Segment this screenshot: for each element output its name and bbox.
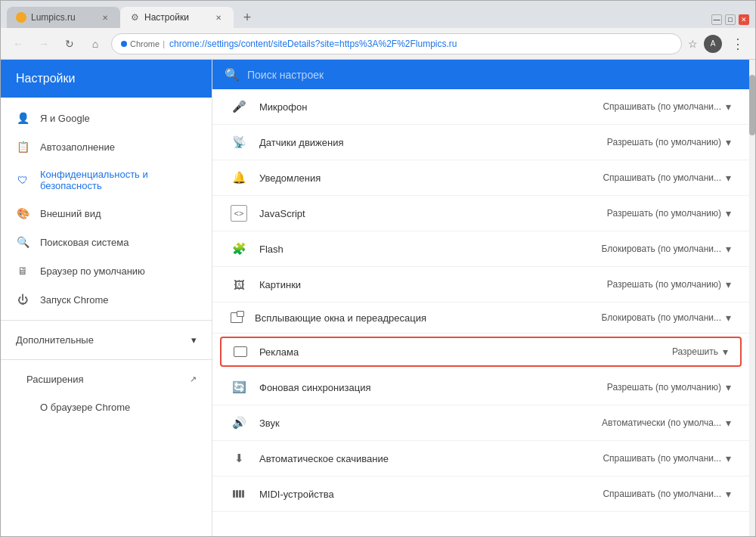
settings-item-notifications[interactable]: 🔔УведомленияСпрашивать (по умолчани...▾ bbox=[212, 160, 749, 196]
sidebar-label-browser: Браузер по умолчанию bbox=[40, 265, 145, 277]
notifications-control[interactable]: Спрашивать (по умолчани...▾ bbox=[603, 172, 731, 184]
midi-icon bbox=[231, 486, 247, 502]
motion-dropdown-arrow[interactable]: ▾ bbox=[726, 136, 731, 148]
flash-name: Flash bbox=[259, 244, 589, 255]
reload-button[interactable]: ↻ bbox=[60, 34, 79, 54]
maximize-button[interactable]: □ bbox=[725, 14, 736, 25]
sidebar-label-startup: Запуск Chrome bbox=[40, 294, 109, 306]
javascript-icon: <> bbox=[231, 205, 247, 222]
javascript-control-text: Разрешать (по умолчанию) bbox=[607, 208, 721, 219]
images-icon: 🖼 bbox=[231, 276, 247, 293]
sidebar-item-browser[interactable]: 🖥 Браузер по умолчанию bbox=[1, 256, 212, 285]
settings-item-popups[interactable]: Всплывающие окна и переадресацияБлокиров… bbox=[212, 303, 749, 334]
settings-item-midi[interactable]: MIDI-устройстваСпрашивать (по умолчани..… bbox=[212, 476, 749, 512]
sidebar-item-extensions[interactable]: Расширения ↗ bbox=[1, 366, 212, 393]
tab-settings[interactable]: ⚙ Настройки ✕ bbox=[120, 7, 234, 28]
midi-name: MIDI-устройства bbox=[259, 489, 590, 500]
advanced-arrow: ▾ bbox=[191, 334, 197, 346]
new-tab-button[interactable]: + bbox=[237, 7, 258, 28]
sidebar-item-search[interactable]: 🔍 Поисковая система bbox=[1, 228, 212, 256]
browser-content: Настройки 👤 Я и Google 📋 Автозаполнение … bbox=[1, 60, 755, 536]
microphone-control[interactable]: Спрашивать (по умолчани...▾ bbox=[603, 101, 731, 113]
sidebar-header: Настройки bbox=[1, 60, 212, 98]
url-divider: | bbox=[163, 39, 165, 48]
tab-lumpics-title: Lumpics.ru bbox=[31, 12, 94, 23]
microphone-icon: 🎤 bbox=[231, 98, 247, 115]
sound-control[interactable]: Автоматически (по умолча...▾ bbox=[602, 417, 731, 429]
popups-dropdown-arrow[interactable]: ▾ bbox=[726, 312, 731, 324]
scrollbar-thumb[interactable] bbox=[749, 75, 755, 135]
browser-window: Lumpics.ru ✕ ⚙ Настройки ✕ + — □ ✕ ← → ↻… bbox=[0, 0, 756, 537]
settings-item-sound[interactable]: 🔊ЗвукАвтоматически (по умолча...▾ bbox=[212, 405, 749, 441]
tab-lumpics-close[interactable]: ✕ bbox=[99, 11, 111, 23]
settings-search-input[interactable] bbox=[247, 69, 737, 81]
sidebar-item-about[interactable]: О браузере Chrome bbox=[1, 393, 212, 421]
ads-control[interactable]: Разрешить▾ bbox=[672, 346, 728, 358]
minimize-button[interactable]: — bbox=[711, 14, 722, 25]
sidebar-item-autofill[interactable]: 📋 Автозаполнение bbox=[1, 132, 212, 161]
auto_download-dropdown-arrow[interactable]: ▾ bbox=[726, 452, 731, 464]
images-dropdown-arrow[interactable]: ▾ bbox=[726, 278, 731, 290]
images-control-text: Разрешать (по умолчанию) bbox=[607, 279, 721, 290]
url-bar[interactable]: Chrome | chrome://settings/content/siteD… bbox=[111, 33, 682, 54]
midi-dropdown-arrow[interactable]: ▾ bbox=[726, 488, 731, 500]
flash-control[interactable]: Блокировать (по умолчани...▾ bbox=[601, 243, 731, 255]
settings-item-ads[interactable]: РекламаРазрешить▾ bbox=[220, 337, 742, 367]
javascript-name: JavaScript bbox=[259, 208, 595, 219]
settings-item-auto_download[interactable]: ⬇Автоматическое скачиваниеСпрашивать (по… bbox=[212, 441, 749, 476]
secure-indicator: Chrome | bbox=[121, 39, 165, 48]
midi-control-text: Спрашивать (по умолчани... bbox=[603, 489, 721, 499]
svg-rect-1 bbox=[236, 490, 238, 498]
tab-settings-close[interactable]: ✕ bbox=[212, 11, 225, 23]
tab-lumpics[interactable]: Lumpics.ru ✕ bbox=[7, 7, 120, 28]
tab-settings-title: Настройки bbox=[144, 12, 208, 23]
images-control[interactable]: Разрешать (по умолчанию)▾ bbox=[607, 278, 731, 290]
ads-dropdown-arrow[interactable]: ▾ bbox=[723, 346, 728, 358]
auto_download-icon: ⬇ bbox=[231, 450, 247, 467]
settings-item-microphone[interactable]: 🎤МикрофонСпрашивать (по умолчани...▾ bbox=[212, 89, 749, 125]
autofill-icon: 📋 bbox=[16, 140, 29, 154]
sound-control-text: Автоматически (по умолча... bbox=[602, 417, 721, 428]
sidebar-item-startup[interactable]: ⏻ Запуск Chrome bbox=[1, 285, 212, 314]
me-google-icon: 👤 bbox=[16, 111, 29, 125]
back-button[interactable]: ← bbox=[8, 34, 28, 54]
javascript-control[interactable]: Разрешать (по умолчанию)▾ bbox=[607, 207, 731, 219]
bookmark-star[interactable]: ☆ bbox=[688, 38, 698, 50]
sound-name: Звук bbox=[259, 417, 590, 429]
sidebar-item-privacy[interactable]: 🛡 Конфиденциальность и безопасность bbox=[1, 161, 212, 199]
sidebar-advanced-section[interactable]: Дополнительные ▾ bbox=[1, 327, 212, 353]
title-bar: Lumpics.ru ✕ ⚙ Настройки ✕ + — □ ✕ bbox=[1, 1, 755, 28]
popups-control[interactable]: Блокировать (по умолчани...▾ bbox=[601, 312, 731, 324]
sidebar-item-appearance[interactable]: 🎨 Внешний вид bbox=[1, 199, 212, 228]
profile-avatar[interactable]: A bbox=[704, 35, 722, 53]
auto_download-control[interactable]: Спрашивать (по умолчани...▾ bbox=[603, 452, 731, 464]
sidebar-item-me-google[interactable]: 👤 Я и Google bbox=[1, 104, 212, 132]
scrollbar-track[interactable] bbox=[749, 60, 755, 536]
settings-sidebar: Настройки 👤 Я и Google 📋 Автозаполнение … bbox=[1, 60, 212, 536]
window-controls: — □ ✕ bbox=[711, 14, 749, 25]
settings-item-motion[interactable]: 📡Датчики движенияРазрешать (по умолчанию… bbox=[212, 125, 749, 160]
settings-list: 🎤МикрофонСпрашивать (по умолчани...▾📡Дат… bbox=[212, 89, 749, 536]
sidebar-label-autofill: Автозаполнение bbox=[40, 141, 115, 153]
startup-icon: ⏻ bbox=[16, 293, 29, 306]
notifications-dropdown-arrow[interactable]: ▾ bbox=[726, 172, 731, 184]
svg-rect-0 bbox=[233, 490, 235, 498]
background_sync-dropdown-arrow[interactable]: ▾ bbox=[726, 381, 731, 393]
javascript-dropdown-arrow[interactable]: ▾ bbox=[726, 207, 731, 219]
settings-item-images[interactable]: 🖼КартинкиРазрешать (по умолчанию)▾ bbox=[212, 267, 749, 303]
sound-dropdown-arrow[interactable]: ▾ bbox=[726, 417, 731, 429]
background_sync-control[interactable]: Разрешать (по умолчанию)▾ bbox=[607, 381, 731, 393]
settings-item-javascript[interactable]: <>JavaScriptРазрешать (по умолчанию)▾ bbox=[212, 196, 749, 231]
midi-control[interactable]: Спрашивать (по умолчани...▾ bbox=[603, 488, 731, 500]
forward-button[interactable]: → bbox=[34, 34, 54, 54]
microphone-dropdown-arrow[interactable]: ▾ bbox=[726, 101, 731, 113]
motion-control[interactable]: Разрешать (по умолчанию)▾ bbox=[607, 136, 731, 148]
close-button[interactable]: ✕ bbox=[739, 14, 749, 25]
settings-item-flash[interactable]: 🧩FlashБлокировать (по умолчани...▾ bbox=[212, 231, 749, 267]
flash-icon: 🧩 bbox=[231, 241, 247, 257]
browser-menu-button[interactable]: ⋮ bbox=[728, 33, 748, 55]
lumpics-favicon bbox=[16, 12, 26, 23]
flash-dropdown-arrow[interactable]: ▾ bbox=[726, 243, 731, 255]
home-button[interactable]: ⌂ bbox=[85, 34, 105, 54]
settings-item-background_sync[interactable]: 🔄Фоновая синхронизацияРазрешать (по умол… bbox=[212, 370, 749, 405]
